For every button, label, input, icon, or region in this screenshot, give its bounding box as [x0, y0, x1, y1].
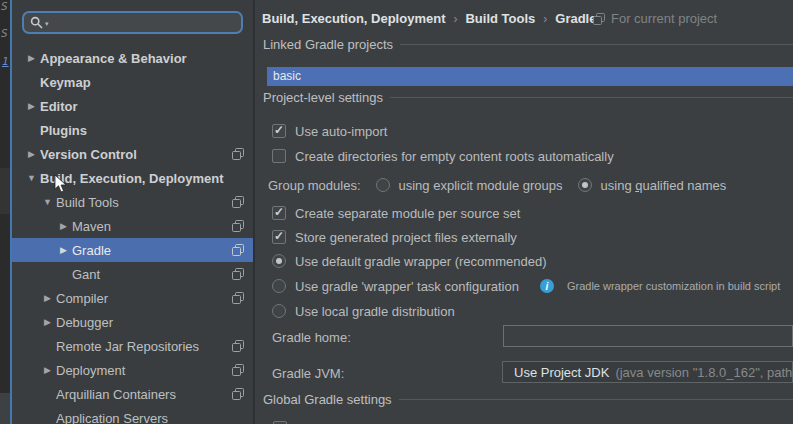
sidebar-item-debugger[interactable]: ▶ Debugger	[12, 310, 253, 334]
sidebar-item-maven[interactable]: ▶ Maven	[12, 214, 253, 238]
checkbox-checked-icon[interactable]	[272, 230, 286, 244]
chevron-right-icon[interactable]: ▶	[23, 101, 40, 111]
per-project-icon	[232, 148, 244, 160]
per-project-icon	[232, 340, 244, 352]
gradle-jvm-dropdown[interactable]: Use Project JDK (java version "1.8.0_162…	[502, 361, 793, 383]
sidebar-item-deployment[interactable]: ▶ Deployment	[12, 358, 253, 382]
background-editor-strip: S S 1	[0, 0, 10, 424]
editor-highlight-patch	[0, 168, 10, 214]
per-project-icon	[232, 244, 244, 256]
sidebar-item-editor[interactable]: ▶ Editor	[12, 94, 253, 118]
editor-bottom-patch	[0, 393, 10, 424]
breadcrumb: Build, Execution, Deployment › Build Too…	[262, 11, 596, 26]
per-project-icon	[232, 268, 244, 280]
section-rule	[399, 399, 793, 400]
use-default-gradle-wrapper-radio[interactable]: Use default gradle wrapper (recommended)	[272, 252, 546, 270]
group-modules-label: Group modules:	[268, 178, 361, 193]
store-generated-files-externally-checkbox[interactable]: Store generated project files externally	[272, 228, 517, 246]
search-history-dropdown-icon[interactable]: ▾	[45, 20, 49, 28]
partial-bottom-checkbox[interactable]	[273, 419, 287, 424]
editor-char: 1	[2, 55, 9, 68]
chevron-right-icon[interactable]: ▶	[39, 293, 56, 303]
sidebar-item-gant[interactable]: Gant	[12, 262, 253, 286]
sidebar-item-version-control[interactable]: ▶ Version Control	[12, 142, 253, 166]
per-project-icon	[232, 364, 244, 376]
qualified-names-option[interactable]: using qualified names	[601, 178, 727, 193]
sidebar-item-arquillian-containers[interactable]: Arquillian Containers	[12, 382, 253, 406]
create-directories-checkbox[interactable]: Create directories for empty content roo…	[272, 147, 614, 165]
radio-selected-icon[interactable]	[272, 254, 286, 268]
checkbox-checked-icon[interactable]	[272, 206, 286, 220]
radio-selected-icon[interactable]	[578, 178, 592, 192]
section-project-level-settings: Project-level settings	[263, 90, 793, 105]
section-global-gradle-settings: Global Gradle settings	[263, 392, 793, 407]
wrapper-hint-text: Gradle wrapper customization in build sc…	[567, 280, 780, 292]
sidebar-item-plugins[interactable]: Plugins	[12, 118, 253, 142]
breadcrumb-separator: ›	[453, 12, 457, 26]
chevron-right-icon[interactable]: ▶	[23, 53, 40, 63]
sidebar-item-application-servers[interactable]: Application Servers	[12, 406, 253, 424]
per-project-icon	[232, 220, 244, 232]
per-project-icon	[593, 13, 605, 25]
chevron-right-icon[interactable]: ▶	[39, 317, 56, 327]
radio-unselected-icon[interactable]	[376, 178, 390, 192]
breadcrumb-separator: ›	[543, 12, 547, 26]
checkbox-unchecked-icon[interactable]	[272, 149, 286, 163]
sidebar-item-keymap[interactable]: Keymap	[12, 70, 253, 94]
group-modules-row: Group modules: using explicit module gro…	[268, 176, 726, 194]
chevron-right-icon[interactable]: ▶	[55, 245, 72, 255]
sidebar-item-compiler[interactable]: ▶ Compiler	[12, 286, 253, 310]
explicit-module-groups-option[interactable]: using explicit module groups	[399, 178, 563, 193]
search-icon	[30, 16, 43, 29]
section-rule	[390, 97, 793, 98]
breadcrumb-item: Gradle	[555, 11, 596, 26]
use-local-gradle-distribution-radio[interactable]: Use local gradle distribution	[272, 302, 455, 320]
editor-char: S	[1, 0, 8, 13]
chevron-down-icon[interactable]: ▼	[23, 173, 40, 183]
settings-tree: ▶ Appearance & Behavior Keymap ▶ Editor …	[12, 46, 253, 424]
gradle-settings-panel: Build, Execution, Deployment › Build Too…	[255, 0, 793, 424]
chevron-right-icon[interactable]: ▶	[39, 365, 56, 375]
use-auto-import-checkbox[interactable]: Use auto-import	[272, 122, 387, 140]
search-input[interactable]	[51, 16, 241, 30]
radio-unselected-icon[interactable]	[272, 304, 286, 318]
settings-dialog: ▾ ▶ Appearance & Behavior Keymap ▶ Edito…	[10, 0, 793, 424]
gradle-home-input[interactable]	[503, 325, 793, 347]
settings-sidebar: ▾ ▶ Appearance & Behavior Keymap ▶ Edito…	[10, 0, 253, 424]
sidebar-item-appearance-behavior[interactable]: ▶ Appearance & Behavior	[12, 46, 253, 70]
radio-unselected-icon[interactable]	[272, 279, 286, 293]
linked-project-row-selected[interactable]: basic	[267, 67, 793, 86]
gradle-jvm-detail: (java version "1.8.0_162", path: C:	[615, 365, 793, 380]
section-rule	[400, 44, 793, 45]
per-project-icon	[232, 292, 244, 304]
chevron-right-icon[interactable]: ▶	[23, 149, 40, 159]
section-linked-gradle-projects: Linked Gradle projects	[263, 37, 793, 52]
separate-module-per-source-set-checkbox[interactable]: Create separate module per source set	[272, 204, 520, 222]
gradle-jvm-label: Gradle JVM:	[272, 366, 344, 381]
sidebar-item-remote-jar-repositories[interactable]: Remote Jar Repositories	[12, 334, 253, 358]
sidebar-item-gradle[interactable]: ▶ Gradle	[12, 238, 253, 262]
scope-label: For current project	[611, 11, 717, 26]
scope-indicator: For current project	[593, 11, 717, 26]
per-project-icon	[232, 388, 244, 400]
use-wrapper-task-configuration-radio[interactable]: Use gradle 'wrapper' task configuration …	[272, 277, 780, 295]
editor-char: S	[1, 27, 8, 40]
breadcrumb-item[interactable]: Build Tools	[465, 11, 535, 26]
per-project-icon	[232, 196, 244, 208]
sidebar-item-build-execution-deployment[interactable]: ▼ Build, Execution, Deployment	[12, 166, 253, 190]
chevron-right-icon[interactable]: ▶	[55, 221, 72, 231]
info-icon: i	[540, 279, 554, 293]
settings-search-field[interactable]: ▾	[22, 11, 243, 34]
sidebar-item-build-tools[interactable]: ▼ Build Tools	[12, 190, 253, 214]
chevron-down-icon[interactable]: ▼	[39, 197, 56, 207]
gradle-home-label: Gradle home:	[272, 330, 351, 345]
gradle-jvm-value: Use Project JDK	[514, 365, 609, 380]
breadcrumb-item[interactable]: Build, Execution, Deployment	[262, 11, 445, 26]
checkbox-checked-icon[interactable]	[272, 124, 286, 138]
